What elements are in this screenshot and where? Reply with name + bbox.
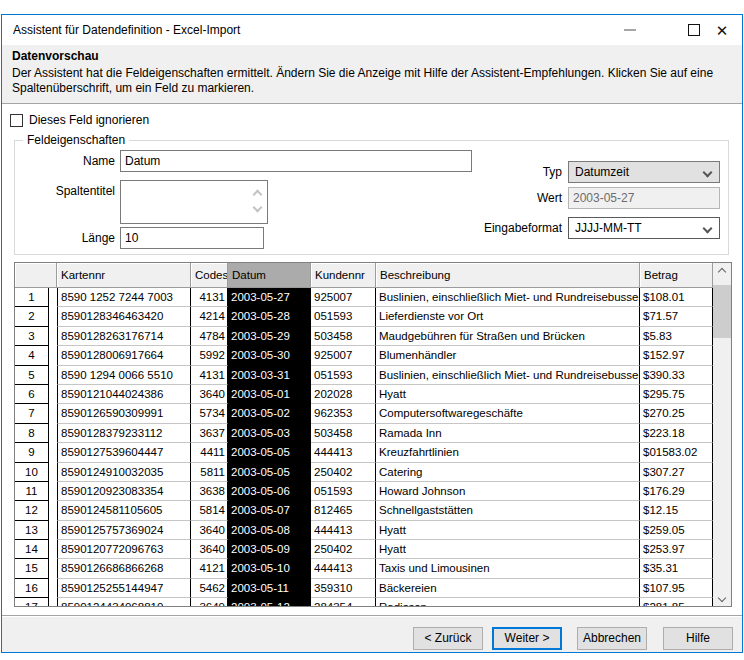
- table-body: 18590 1252 7244 700341312003-05-27925007…: [15, 288, 713, 606]
- cell-kartennr: 8590124910032035: [57, 463, 191, 482]
- cell-codes: 4131: [191, 288, 228, 307]
- grid-scrollbar[interactable]: [713, 263, 731, 606]
- type-dropdown[interactable]: Datumzeit: [568, 161, 720, 183]
- cell-codes: 4784: [191, 327, 228, 346]
- cell-kartennr: 8590120772096763: [57, 540, 191, 559]
- scroll-down-icon: [253, 203, 263, 213]
- column-header-beschreibung[interactable]: Beschreibung: [376, 263, 640, 288]
- cell-kundennr: 503458: [311, 424, 376, 443]
- column-title-field[interactable]: [120, 180, 268, 224]
- cell-datum: 2003-05-03: [228, 424, 311, 443]
- close-button[interactable]: ✕: [704, 15, 740, 45]
- page-description: Der Assistent hat die Feldeigenschaften …: [12, 66, 716, 96]
- scroll-down-icon: [718, 593, 726, 601]
- wizard-dialog: Assistent für Datendefinition - Excel-Im…: [1, 14, 743, 653]
- cell-betrag: $223.18: [640, 424, 713, 443]
- window-title: Assistent für Datendefinition - Excel-Im…: [13, 15, 240, 45]
- cell-kundennr: 444413: [311, 559, 376, 578]
- cell-kundennr: 444413: [311, 443, 376, 462]
- button-bar: < Zurück Weiter > Abbrechen Hilfe: [2, 615, 742, 652]
- row-number: 3: [15, 327, 57, 346]
- row-number: 7: [15, 404, 57, 423]
- cell-kartennr: 8590127539604447: [57, 443, 191, 462]
- cell-kundennr: 202028: [311, 385, 376, 404]
- wizard-header: Datenvorschau Der Assistent hat die Feld…: [2, 45, 742, 104]
- row-number: 12: [15, 501, 57, 520]
- cell-kartennr: 8590120923083354: [57, 482, 191, 501]
- table-row: 3859012826317671447842003-05-29503458Mau…: [15, 327, 713, 346]
- cell-betrag: $01583.02: [640, 443, 713, 462]
- cell-betrag: $71.57: [640, 307, 713, 326]
- scroll-up-icon: [718, 267, 726, 275]
- help-button[interactable]: Hilfe: [663, 627, 733, 650]
- scrollbar-down-button[interactable]: [713, 589, 731, 606]
- chevron-down-icon: [703, 168, 713, 178]
- cell-kartennr: 8590124581105605: [57, 501, 191, 520]
- cell-beschreibung: Hyatt: [376, 540, 640, 559]
- table-row: 8859012837923311236372003-05-03503458Ram…: [15, 424, 713, 443]
- cell-beschreibung: Hyatt: [376, 521, 640, 540]
- cell-datum: 2003-05-05: [228, 463, 311, 482]
- cell-betrag: $5.83: [640, 327, 713, 346]
- column-header-codes[interactable]: Codes: [191, 263, 228, 288]
- cell-beschreibung: Schnellgaststätten: [376, 501, 640, 520]
- column-header-kundennr[interactable]: Kundennr: [311, 263, 376, 288]
- column-title-scrollbar[interactable]: [252, 185, 264, 219]
- cell-datum: 2003-05-30: [228, 346, 311, 365]
- cell-betrag: $390.33: [640, 366, 713, 385]
- wert-field: [568, 187, 720, 209]
- name-field[interactable]: [120, 150, 472, 172]
- type-value: Datumzeit: [575, 165, 629, 179]
- input-format-dropdown[interactable]: JJJJ-MM-TT: [568, 217, 720, 239]
- column-header-kartennr[interactable]: Kartennr: [57, 263, 191, 288]
- cell-codes: 5811: [191, 463, 228, 482]
- table-row: 58590 1294 0066 551041312003-03-31051593…: [15, 366, 713, 385]
- column-header-datum[interactable]: Datum: [228, 263, 311, 288]
- cell-kundennr: 925007: [311, 288, 376, 307]
- column-header-rownum[interactable]: [15, 263, 57, 288]
- cell-kartennr: 8590126590309991: [57, 404, 191, 423]
- row-number: 6: [15, 385, 57, 404]
- cell-betrag: $35.31: [640, 559, 713, 578]
- cell-kundennr: 051593: [311, 482, 376, 501]
- scrollbar-thumb[interactable]: [713, 285, 731, 338]
- row-number: 10: [15, 463, 57, 482]
- row-number: 9: [15, 443, 57, 462]
- cell-codes: 4121: [191, 559, 228, 578]
- cell-datum: 2003-05-05: [228, 443, 311, 462]
- table-row: 16859012525514494754622003-05-11359310Bä…: [15, 579, 713, 598]
- chevron-down-icon: [703, 224, 713, 234]
- cell-kartennr: 8590128263176714: [57, 327, 191, 346]
- row-number: 1: [15, 288, 57, 307]
- cell-datum: 2003-05-01: [228, 385, 311, 404]
- row-number: 13: [15, 521, 57, 540]
- cell-kartennr: 8590128379233112: [57, 424, 191, 443]
- ignore-field-row: Dieses Feld ignorieren: [10, 112, 149, 128]
- cell-betrag: $108.01: [640, 288, 713, 307]
- scrollbar-up-button[interactable]: [713, 263, 731, 280]
- cell-codes: 4411: [191, 443, 228, 462]
- cell-kundennr: 812465: [311, 501, 376, 520]
- cell-betrag: $12.15: [640, 501, 713, 520]
- cell-kundennr: 962353: [311, 404, 376, 423]
- close-icon: ✕: [716, 23, 729, 38]
- cancel-button[interactable]: Abbrechen: [577, 627, 647, 650]
- table-row: 10859012491003203558112003-05-05250402Ca…: [15, 463, 713, 482]
- cell-codes: 4214: [191, 307, 228, 326]
- length-field[interactable]: [120, 227, 264, 249]
- cell-kundennr: 250402: [311, 540, 376, 559]
- table-row: 6859012104402438636402003-05-01202028Hya…: [15, 385, 713, 404]
- cell-betrag: $259.05: [640, 521, 713, 540]
- cell-kundennr: 250402: [311, 463, 376, 482]
- title-bar: Assistent für Datendefinition - Excel-Im…: [2, 15, 742, 45]
- row-number: 14: [15, 540, 57, 559]
- column-title-label: Spaltentitel: [22, 184, 115, 199]
- back-button[interactable]: < Zurück: [413, 627, 483, 650]
- cell-datum: 2003-05-09: [228, 540, 311, 559]
- column-header-betrag[interactable]: Betrag: [640, 263, 713, 288]
- cell-kundennr: 925007: [311, 346, 376, 365]
- cell-beschreibung: Blumenhändler: [376, 346, 640, 365]
- ignore-field-checkbox[interactable]: [10, 114, 23, 127]
- cell-codes: 3649: [191, 598, 228, 606]
- next-button[interactable]: Weiter >: [492, 627, 562, 650]
